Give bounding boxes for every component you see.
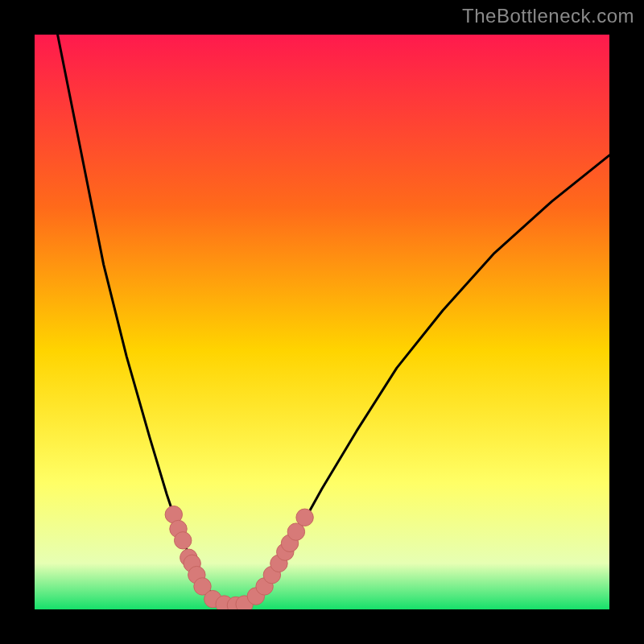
bottleneck-chart xyxy=(35,35,609,609)
data-marker xyxy=(296,509,313,526)
watermark-text: TheBottleneck.com xyxy=(462,5,634,27)
chart-frame: TheBottleneck.com xyxy=(0,0,644,644)
gradient-background xyxy=(35,35,609,609)
data-marker xyxy=(175,532,192,549)
